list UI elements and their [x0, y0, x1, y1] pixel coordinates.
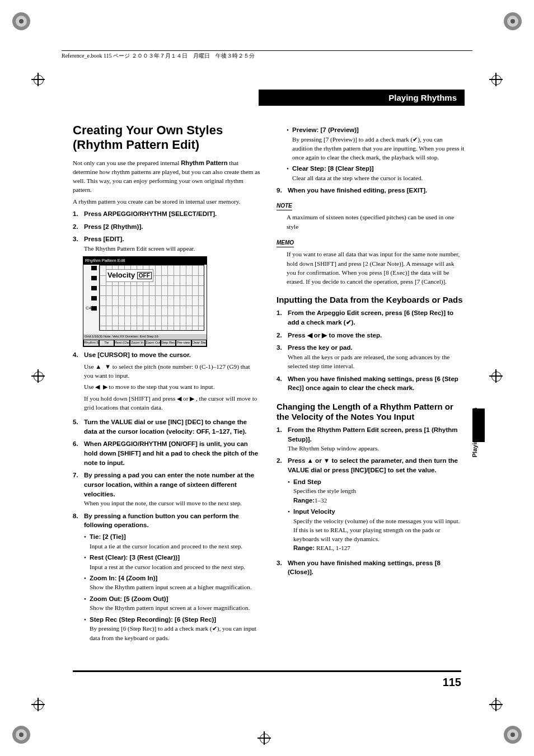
text: or [181, 395, 190, 402]
range-value: 1–32 [315, 497, 327, 504]
registration-mark [489, 698, 503, 711]
c4-label: C4 [86, 305, 91, 312]
intro-paragraph: Not only can you use the prepared intern… [73, 158, 261, 195]
step-head: Turn the VALUE dial or use [INC] [DEC] t… [84, 417, 261, 436]
step-head: By pressing a pad you can enter the note… [84, 471, 261, 499]
tab: Zoom In [130, 340, 146, 346]
step-5: 5.Turn the VALUE dial or use [INC] [DEC]… [73, 417, 261, 436]
range-label: Range: [293, 497, 315, 504]
bullet-body: Input a rest at the cursor location and … [90, 564, 245, 570]
right-arrow-icon: ▶ [190, 395, 194, 402]
tab: Rhythm Setup [83, 340, 99, 346]
step-head: Press [2 (Rhythm)]. [84, 222, 261, 232]
step-head: When you have finished editing, press [E… [288, 186, 465, 195]
bullet-body: By pressing [6 (Step Rec)] to add a chec… [90, 625, 256, 641]
step-9: 9.When you have finished editing, press … [277, 186, 465, 195]
bullet-zoom-out: Zoom Out: [5 (Zoom Out)]Show the Rhythm … [84, 594, 261, 613]
tab: Zoom Out [145, 340, 161, 346]
bullet-body: Specifies the style length [293, 487, 356, 494]
thumb-tab: Playing Rhythms [470, 347, 485, 420]
step-head: By pressing a function button you can pe… [84, 511, 261, 530]
text: Not only can you use the prepared intern… [73, 159, 181, 166]
sec2-step-3: 3. Press the key or pad. When all the ke… [277, 343, 465, 370]
step-head: Use [CURSOR] to move the cursor. [84, 350, 261, 360]
left-arrow-icon: ◀ [95, 383, 100, 390]
print-header-text: Reference_e.book 115 ページ ２００３年７月１４日 月曜日 … [62, 53, 255, 59]
screenshot-info-row: Grid:1/16(3) Note: Velo:XX Duration: End… [83, 334, 207, 340]
sec2-step-1: 1.From the Arpeggio Edit screen, press [… [277, 308, 465, 327]
page: Reference_e.book 115 ページ ２００３年７月１４日 月曜日 … [0, 0, 534, 756]
bullet-clear-step: Clear Step: [8 (Clear Step)]Clear all da… [287, 164, 465, 182]
step-head: Press [EDIT]. [84, 234, 261, 244]
step-head: Press ▲ or ▼ to select the parameter, an… [288, 456, 465, 475]
step-head: Press the key or pad. [288, 343, 465, 353]
content-area: Playing Rhythms Creating Your Own Styles… [73, 90, 465, 646]
text: to move to the step that you want to inp… [107, 383, 215, 390]
step-8: 8. By pressing a function button you can… [73, 511, 261, 645]
up-arrow-icon: ▲ [307, 457, 313, 464]
step-head: Press ARPEGGIO/RHYTHM [SELECT/EDIT]. [84, 209, 261, 219]
bullet-body: If this is set to REAL, your playing str… [293, 527, 441, 542]
step-head: When ARPEGGIO/RHYTHM [ON/OFF] is unlit, … [84, 439, 261, 467]
note-body: A maximum of sixteen notes (specified pi… [287, 213, 465, 231]
bullet-rest: Rest (Clear): [3 (Rest (Clear))]Input a … [84, 553, 261, 571]
tab: Tie [99, 340, 115, 346]
step-body: The Rhythm Setup window appears. [288, 445, 379, 452]
text: If you hold down [SHIFT] and press [84, 395, 177, 402]
article-title: Creating Your Own Styles (Rhythm Pattern… [73, 123, 261, 153]
down-arrow-icon: ▼ [105, 363, 111, 370]
tab: Step Rec [161, 340, 176, 346]
corner-ornament-tl [10, 10, 32, 32]
tab: Clear Step [191, 340, 207, 346]
text-bold: Rhythm Pattern [181, 159, 227, 166]
bullet-step-rec: Step Rec (Step Recording): [6 (Step Rec)… [84, 615, 261, 642]
sec2-step-4: 4.When you have finished making settings… [277, 374, 465, 393]
step-body: When you input the note, the cursor will… [84, 500, 242, 506]
right-arrow-icon: ▶ [103, 383, 107, 390]
step-4: 4. Use [CURSOR] to move the cursor. Use … [73, 350, 261, 414]
bullet-tie: Tie: [2 (Tie)]Input a tie at the cursor … [84, 532, 261, 551]
bullet-body: Specify the velocity (volume) of the not… [293, 518, 460, 524]
step-6: 6.When ARPEGGIO/RHYTHM [ON/OFF] is unlit… [73, 439, 261, 467]
svg-point-8 [19, 732, 24, 737]
memo-icon: MEMO [277, 239, 294, 248]
registration-mark [31, 73, 45, 86]
step-head: From the Arpeggio Edit screen, press [6 … [288, 308, 465, 327]
registration-mark [489, 369, 503, 383]
step-body: The Rhythm Pattern Edit screen will appe… [84, 245, 195, 252]
registration-mark [31, 369, 45, 383]
note-icon: NOTE [277, 202, 292, 211]
step-7: 7. By pressing a pad you can enter the n… [73, 471, 261, 508]
sec3-step-1: 1. From the Rhythm Pattern Edit screen, … [277, 425, 465, 453]
step-head: From the Rhythm Pattern Edit screen, pre… [288, 425, 465, 444]
corner-ornament-bl [10, 724, 32, 746]
step-head: Press ◀ or ▶ to move the step. [288, 331, 465, 340]
page-number: 115 [443, 676, 461, 689]
velocity-readout: Velocity OFF [106, 269, 153, 282]
bullet-body: Show the Rhythm pattern input screen at … [90, 584, 252, 590]
thumb-tab-block [472, 408, 485, 442]
sec3-step-2: 2. Press ▲ or ▼ to select the parameter,… [277, 456, 465, 555]
print-header: Reference_e.book 115 ページ ２００３年７月１４日 月曜日 … [62, 50, 472, 60]
bullet-body: By pressing [7 (Preview)] to add a check… [292, 136, 464, 161]
step-1: 1.Press ARPEGGIO/RHYTHM [SELECT/EDIT]. [73, 209, 261, 219]
footer-rule [73, 670, 461, 672]
sec3-step-3: 3.When you have finished making settings… [277, 558, 465, 577]
corner-ornament-br [502, 724, 524, 746]
left-column: Creating Your Own Styles (Rhythm Pattern… [73, 123, 261, 646]
range-label: Range: [293, 544, 316, 551]
step-3: 3. Press [EDIT]. The Rhythm Pattern Edit… [73, 234, 261, 253]
bullet-zoom-in: Zoom In: [4 (Zoom In)]Show the Rhythm pa… [84, 574, 261, 592]
subsection-title: Inputting the Data from the Keyboards or… [277, 295, 465, 305]
registration-mark [257, 731, 271, 745]
tab: Rest (Clear) [114, 340, 130, 346]
piano-keys [91, 266, 98, 316]
subsection-title: Changing the Length of a Rhythm Pattern … [277, 402, 465, 422]
step-2: 2.Press [2 (Rhythm)]. [73, 222, 261, 232]
tab: Pre-view [176, 340, 191, 346]
rhythm-pattern-edit-screenshot: Rhythm Pattern Edit Velocity OFF C4 Grid… [83, 256, 207, 347]
corner-ornament-tr [502, 10, 524, 32]
bullet-body: Input a tie at the cursor location and p… [90, 543, 242, 550]
screenshot-title: Rhythm Pattern Edit [83, 257, 207, 265]
range-value: REAL, 1-127 [316, 544, 350, 551]
